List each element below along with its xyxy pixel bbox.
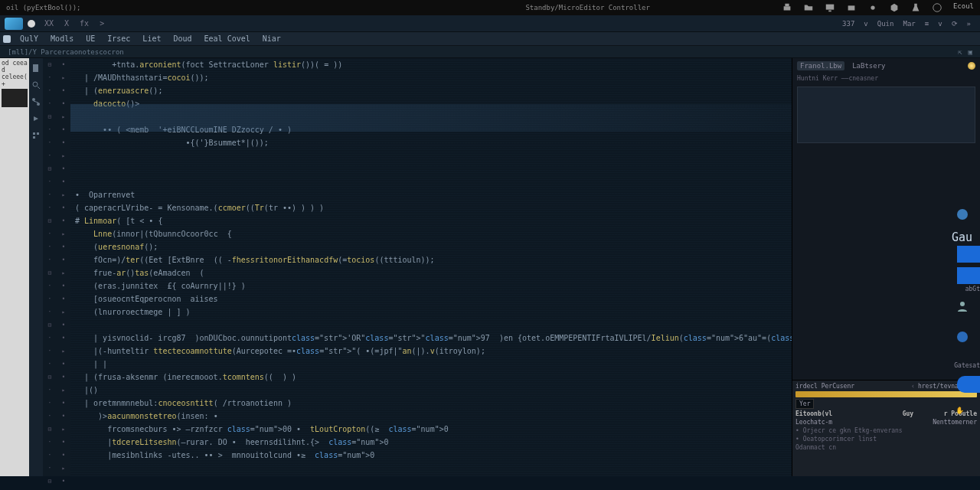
gutter-mark[interactable]: • xyxy=(57,162,70,175)
titlebar-right-btn[interactable]: ⟳ xyxy=(949,19,961,28)
gutter-mark[interactable]: • xyxy=(57,358,70,371)
debug-icon[interactable] xyxy=(31,112,41,121)
gutter-mark[interactable]: • xyxy=(57,58,70,71)
gutter-fold[interactable]: · xyxy=(43,97,57,110)
code-line[interactable]: | oretmnmnnebul:cnoceosntitt( /rtroanoti… xyxy=(75,397,792,410)
code-line[interactable]: Lnne(innor|(tQbunncOcoor0cc { xyxy=(75,227,792,240)
hand-icon[interactable]: ✋ xyxy=(956,407,969,420)
gutter-mark[interactable]: • xyxy=(57,84,70,97)
printer-icon[interactable] xyxy=(782,2,792,13)
gutter-mark[interactable]: • xyxy=(57,475,70,488)
gutter-mark[interactable]: • xyxy=(57,318,70,332)
gutter-fold[interactable]: · xyxy=(43,332,57,345)
code-line[interactable]: | | xyxy=(75,358,792,371)
code-line[interactable]: | yisvnoclid- ircg87 )onDUCboc.ounnutipo… xyxy=(75,332,792,345)
gutter-mark[interactable]: • xyxy=(57,214,70,227)
gutter-fold[interactable]: · xyxy=(43,279,57,292)
code-line[interactable]: )>aacunmonstetreo(insen: • xyxy=(75,410,792,423)
code-line[interactable]: | (frusa-aksenmr (inerecmooot.tcomntens(… xyxy=(75,371,792,384)
rp-tile[interactable] xyxy=(957,246,980,263)
code-line[interactable]: •{('}Bsummet*|()); xyxy=(75,136,792,149)
code-line[interactable]: |tdcereLitseshn(—rurar. DO • heernsdilih… xyxy=(75,436,792,449)
menu-item[interactable]: UE xyxy=(80,34,101,43)
gutter-fold[interactable]: · xyxy=(43,201,57,214)
gutter-mark[interactable]: • xyxy=(57,253,70,266)
gutter-fold[interactable]: ⊟ xyxy=(43,214,57,227)
gutter-mark[interactable]: • xyxy=(57,410,70,423)
gutter-mark[interactable]: • xyxy=(57,123,70,136)
rp-dropdown[interactable]: Yer xyxy=(795,399,814,409)
gutter-fold[interactable]: · xyxy=(43,136,57,149)
gutter-fold[interactable]: · xyxy=(43,397,57,410)
gutter-mark[interactable]: • xyxy=(57,449,70,462)
menu-handle-icon[interactable] xyxy=(3,35,11,43)
git-icon[interactable] xyxy=(31,95,41,104)
gutter-fold[interactable]: · xyxy=(43,84,57,97)
titlebar-right-btn[interactable]: » xyxy=(964,19,974,28)
code-line[interactable]: # Linmoar( [t < • { xyxy=(75,214,792,227)
gutter-fold[interactable]: · xyxy=(43,436,57,449)
files-icon[interactable] xyxy=(31,61,41,70)
code-line[interactable]: | (enerzuascre(); xyxy=(75,84,792,97)
monitor-icon[interactable] xyxy=(825,2,835,13)
gutter-fold[interactable]: ⊟ xyxy=(43,58,57,71)
gutter-fold[interactable]: · xyxy=(43,462,57,475)
rp-tile[interactable] xyxy=(957,376,980,393)
gutter-mark[interactable]: • xyxy=(57,436,70,449)
menu-item[interactable]: Eeal Covel xyxy=(198,34,256,43)
gutter-fold[interactable]: ⊟ xyxy=(43,266,57,279)
code-line[interactable]: |mesibnlinks -utes.. •• > mnnouitolcund … xyxy=(75,449,792,462)
gutter-fold[interactable]: · xyxy=(43,175,57,188)
gutter-mark[interactable]: ▸ xyxy=(57,227,70,240)
gutter-fold[interactable]: · xyxy=(43,71,57,84)
gutter-fold[interactable]: · xyxy=(43,345,57,358)
gutter-mark[interactable]: • xyxy=(57,175,70,188)
code-editor[interactable]: iperce ≡ — × +tnta.arconient(foct Settra… xyxy=(70,58,792,476)
gutter-mark[interactable]: ▸ xyxy=(57,188,70,201)
gutter-fold[interactable]: · xyxy=(43,410,57,423)
code-line[interactable]: (ueresnonaf(); xyxy=(75,240,792,253)
globe-icon[interactable] xyxy=(956,207,969,221)
titlebar-ctrl[interactable]: XX xyxy=(44,19,54,28)
titlebar-right-btn[interactable]: Mar xyxy=(900,19,918,28)
gutter-mark[interactable]: ▸ xyxy=(57,345,70,358)
menu-item[interactable]: Liet xyxy=(136,34,167,43)
gutter-mark[interactable]: ▸ xyxy=(57,110,70,123)
code-line[interactable]: • Oparrenvet xyxy=(75,188,792,201)
code-line[interactable]: fOcn=)/ter((Eet [ExtBnre (( -fhessritono… xyxy=(75,253,792,266)
gutter-mark[interactable]: • xyxy=(57,136,70,149)
gutter-mark[interactable]: ▸ xyxy=(57,266,70,279)
code-line[interactable]: [osueocntEqperocnon aiises xyxy=(75,292,792,305)
gutter-fold[interactable]: ⊟ xyxy=(43,423,57,436)
flask-icon[interactable] xyxy=(910,2,921,13)
code-line[interactable]: frcomsnecburs •> —rznfzcr class="num">00… xyxy=(75,423,792,436)
gutter-fold[interactable]: · xyxy=(43,253,57,266)
power-icon[interactable] xyxy=(932,2,942,13)
menu-item[interactable]: QulY xyxy=(14,34,44,43)
gutter-mark[interactable]: • xyxy=(57,371,70,384)
code-line[interactable]: +tnta.arconient(foct SettractLoner listi… xyxy=(75,58,792,71)
code-line[interactable]: ( caperacrLVribe- = Kensoname.(ccmoer((T… xyxy=(75,201,792,214)
code-line[interactable] xyxy=(75,162,792,175)
code-line[interactable]: Coomoler/lccetiacnrNimadncoadctioa(" =er… xyxy=(75,475,792,476)
code-line[interactable]: |() xyxy=(75,384,792,397)
gutter-mark[interactable]: • xyxy=(57,240,70,253)
titlebar-right-btn[interactable]: Quin xyxy=(874,19,897,28)
folder-icon[interactable] xyxy=(803,2,814,13)
search-icon[interactable] xyxy=(31,78,41,87)
code-line[interactable]: | /MAUDhthasntari=cocoi()); xyxy=(75,71,792,84)
gutter-fold[interactable]: · xyxy=(43,292,57,305)
gutter-fold[interactable]: · xyxy=(43,305,57,318)
code-line[interactable] xyxy=(75,462,792,475)
gutter-mark[interactable]: • xyxy=(57,332,70,345)
gear-icon[interactable] xyxy=(867,2,878,13)
gutter-fold[interactable]: · xyxy=(43,123,57,136)
menu-item[interactable]: Niar xyxy=(256,34,287,43)
gutter-fold[interactable]: ⊟ xyxy=(43,371,57,384)
gutter-mark[interactable]: ▸ xyxy=(57,305,70,318)
menu-item[interactable]: Doud xyxy=(167,34,198,43)
breadcrumb[interactable]: [mll]/Y Parcercaonotescocron xyxy=(8,48,124,56)
gutter-mark[interactable]: • xyxy=(57,97,70,110)
gutter-mark[interactable]: ▸ xyxy=(57,149,70,162)
code-line[interactable] xyxy=(75,175,792,188)
